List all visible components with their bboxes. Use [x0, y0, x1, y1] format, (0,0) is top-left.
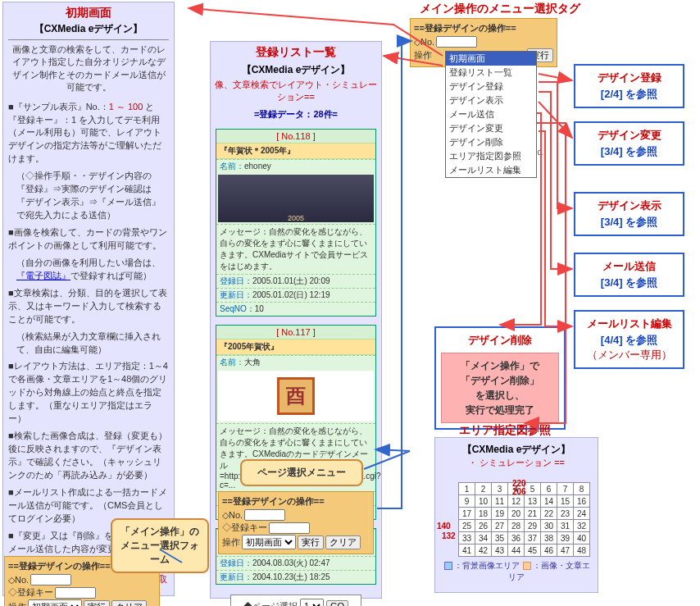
page-select[interactable]: 1 [300, 599, 324, 606]
initial-subtitle: 【CXMedia eデザイン】 [8, 22, 169, 36]
menu-item[interactable]: 初期画面 [446, 52, 536, 66]
panel-area: 【CXMedia eデザイン】 ・ シミュレーション == 220 206 14… [434, 437, 598, 593]
ref-mail-send: メール送信[3/4] を参照 [574, 253, 684, 297]
no-input[interactable] [30, 574, 71, 585]
ref-design-register: デザイン登録[2/4] を参照 [574, 64, 684, 108]
denshi-link[interactable]: 『電子図誌』 [16, 271, 70, 280]
ref-design-change: デザイン変更[3/4] を参照 [574, 121, 684, 166]
legend-swatch-bg [444, 562, 452, 570]
pager: ◆ページ選択 1 GO [230, 595, 361, 606]
panel-initial: 初期画面 【CXMedia eデザイン】 画像と文章の検索をして、カードのレイア… [2, 2, 175, 596]
exec-button[interactable]: 実行 [84, 600, 110, 607]
menu-item[interactable]: デザイン削除 [446, 135, 536, 149]
key-input[interactable] [269, 522, 310, 534]
ref-design-show: デザイン表示[3/4] を参照 [574, 192, 684, 236]
card-thumbnail: 2005 [218, 175, 374, 222]
no-input[interactable] [244, 509, 285, 521]
label-page-menu: ページ選択メニュー [240, 459, 363, 486]
clear-button[interactable]: クリア [111, 600, 147, 607]
no-input[interactable] [436, 36, 477, 48]
op-select-open[interactable]: 初期画面 登録リスト一覧 デザイン登録 デザイン表示 メール送信 デザイン変更 … [445, 51, 537, 178]
op-select[interactable]: 初期画面 [28, 599, 82, 606]
menu-tag-heading: メイン操作のメニュー選択タグ [410, 2, 590, 16]
clear-button[interactable]: クリア [325, 535, 361, 549]
legend-swatch-txt [523, 562, 531, 570]
main-op-form-center: ==登録デザインの操作== ◇No. ◇登録キー 操作 初期画面 実行 クリア [218, 491, 374, 554]
divider [8, 39, 169, 40]
panel-delete: デザイン削除 「メイン操作」で 「デザイン削除」 を選択し、 実行で処理完了 [434, 326, 566, 430]
panel-menu: ==登録デザインの操作== ◇No. 操作 実行 初期画面 登録リスト一覧 デザ… [410, 18, 557, 67]
list-card: [ No.118 ] 『年賀状＊2005年』 名前：ehoney 2005 メッ… [216, 129, 376, 317]
delete-instruction: 「メイン操作」で 「デザイン削除」 を選択し、 実行で処理完了 [441, 353, 559, 423]
menu-item[interactable]: 登録リスト一覧 [446, 66, 536, 80]
card-thumbnail: 酉 [218, 371, 374, 421]
area-legend: ：背景画像エリア ：画像・文章エリア [439, 560, 594, 583]
menu-item[interactable]: エリア指定図参照 [446, 149, 536, 163]
op-select[interactable]: 初期画面 [242, 535, 296, 549]
go-button[interactable]: GO [326, 600, 348, 606]
label-main-op-form: 「メイン操作」の メニュー選択フォーム [111, 518, 209, 573]
area-heading: エリア指定図参照 [459, 423, 551, 438]
initial-heading: 初期画面 [8, 6, 169, 21]
menu-item[interactable]: メール送信 [446, 107, 536, 121]
key-input[interactable] [55, 587, 96, 599]
menu-item[interactable]: メールリスト編集 [446, 163, 536, 177]
list-heading: 登録リスト一覧 [214, 45, 378, 60]
menu-item[interactable]: デザイン表示 [446, 93, 536, 107]
initial-lead: 画像と文章の検索をして、カードのレイアウト指定した自分オリジナルなデザイン制作と… [8, 43, 169, 94]
menu-item[interactable]: デザイン変更 [446, 121, 536, 135]
menu-item[interactable]: デザイン登録 [446, 80, 536, 93]
record-count: =登録データ：28件= [214, 108, 378, 121]
exec-button[interactable]: 実行 [298, 535, 324, 549]
ref-maillist-edit: メールリスト編集[4/4] を参照（メンバー専用） [574, 310, 684, 369]
